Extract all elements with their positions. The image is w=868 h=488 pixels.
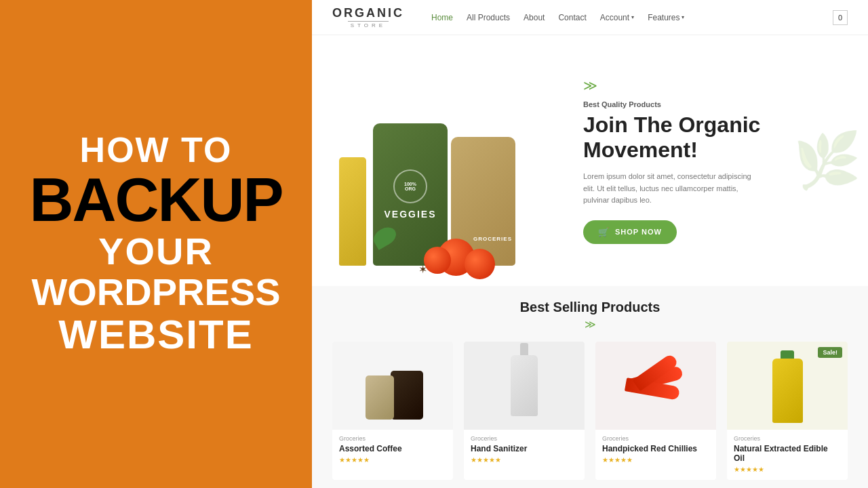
bag-label: VEGGIES	[384, 209, 436, 220]
product-info-oil: Groceries Natural Extracted Edible Oil ★…	[727, 430, 848, 480]
product-image-chillies	[595, 342, 716, 430]
products-grid: Groceries Assorted Coffee ★★★★★ Grocerie	[332, 342, 848, 480]
product-image-sanitizer	[464, 342, 585, 430]
product-category: Groceries	[602, 435, 709, 442]
navigation: ORGANIC STORE Home All Products About Co…	[312, 0, 868, 35]
shop-btn-label: SHOP NOW	[615, 228, 662, 236]
tomato-3	[424, 247, 451, 274]
section-arrow-icon: ≫	[332, 318, 848, 331]
product-stars: ★★★★★	[734, 466, 841, 473]
left-line5: WEBSITE	[58, 312, 253, 357]
nav-contact[interactable]: Contact	[558, 13, 586, 22]
products-section: Best Selling Products ≫ Groceries Assort…	[312, 286, 868, 488]
sale-badge: Sale!	[818, 347, 842, 358]
basil-leaf	[370, 224, 399, 250]
product-stars: ★★★★★	[471, 456, 578, 464]
product-info-coffee: Groceries Assorted Coffee ★★★★★	[332, 430, 453, 470]
nav-account[interactable]: Account ▾	[600, 13, 634, 22]
cart-button[interactable]: 0	[833, 10, 848, 25]
logo-line	[348, 21, 389, 22]
logo-text: ORGANIC	[332, 6, 404, 20]
nav-about[interactable]: About	[524, 13, 545, 22]
left-panel: HOW TO BACKUP YOUR WORDPRESS WEBSITE	[0, 0, 312, 488]
product-name: Handpicked Red Chillies	[602, 444, 709, 453]
left-line3: YOUR	[98, 230, 214, 272]
veggies-group: ✶	[359, 225, 495, 279]
nav-all-products[interactable]: All Products	[467, 13, 510, 22]
decorative-branch: 🌿	[793, 129, 861, 192]
product-card-oil[interactable]: Sale! Groceries Natural Extracted Edible…	[727, 342, 848, 480]
bag-badge: 100%ORG	[393, 169, 427, 203]
product-name: Natural Extracted Edible Oil	[734, 444, 841, 463]
left-line1: HOW TO	[80, 131, 233, 169]
product-stars: ★★★★★	[602, 456, 709, 464]
shop-cart-icon: 🛒	[598, 227, 610, 237]
hero-tag: Best Quality Products	[583, 100, 841, 108]
product-info-sanitizer: Groceries Hand Sanitizer ★★★★★	[464, 430, 585, 470]
product-image-coffee	[332, 342, 453, 430]
product-name: Assorted Coffee	[339, 444, 446, 453]
logo-sub: STORE	[351, 22, 386, 28]
logo: ORGANIC STORE	[332, 6, 404, 28]
product-category: Groceries	[734, 435, 841, 442]
cart-icon: 0	[838, 14, 842, 22]
shop-now-button[interactable]: 🛒 SHOP NOW	[583, 220, 677, 244]
chillies-illustration	[622, 359, 690, 413]
left-line4: WORDPRESS	[31, 272, 280, 312]
right-panel: ORGANIC STORE Home All Products About Co…	[312, 0, 868, 488]
nav-home[interactable]: Home	[431, 13, 453, 22]
oil-bottle-cap	[781, 350, 794, 359]
hero-content: ≫ Best Quality Products Join The Organic…	[570, 35, 868, 286]
features-chevron-icon: ▾	[682, 14, 684, 20]
left-line2: BACKUP	[29, 169, 282, 230]
product-card-coffee[interactable]: Groceries Assorted Coffee ★★★★★	[332, 342, 453, 480]
double-arrow-icon: ≫	[583, 77, 841, 94]
product-category: Groceries	[471, 435, 578, 442]
account-chevron-icon: ▾	[631, 14, 634, 20]
product-bags-illustration: 100%ORG VEGGIES GROCERIES ✶	[326, 76, 556, 279]
nav-links: Home All Products About Contact Account …	[431, 13, 833, 22]
product-info-chillies: Groceries Handpicked Red Chillies ★★★★★	[595, 430, 716, 470]
basil-illustration	[373, 228, 407, 262]
hero-section: 100%ORG VEGGIES GROCERIES ✶	[312, 35, 868, 286]
nav-features[interactable]: Features ▾	[648, 13, 684, 22]
hero-products: 100%ORG VEGGIES GROCERIES ✶	[312, 35, 570, 286]
product-card-chillies[interactable]: Groceries Handpicked Red Chillies ★★★★★	[595, 342, 716, 480]
product-category: Groceries	[339, 435, 446, 442]
product-stars: ★★★★★	[339, 456, 446, 464]
tomato-2	[465, 249, 495, 279]
sanitizer-bottle	[511, 355, 538, 416]
section-title: Best Selling Products	[332, 300, 848, 315]
product-card-sanitizer[interactable]: Groceries Hand Sanitizer ★★★★★	[464, 342, 585, 480]
product-name: Hand Sanitizer	[471, 444, 578, 453]
sanitizer-pump	[520, 343, 528, 357]
oil-bottle	[772, 359, 803, 423]
hero-description: Lorem ipsum dolor sit amet, consectetur …	[583, 171, 760, 207]
